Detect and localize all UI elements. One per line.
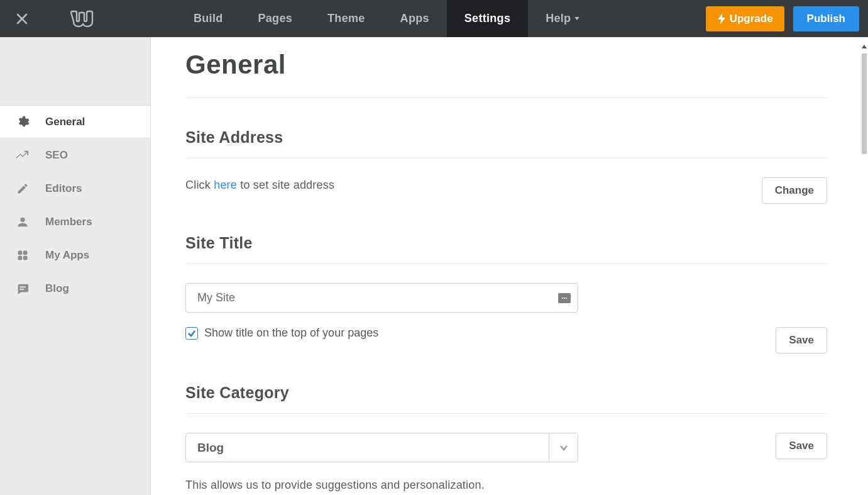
save-title-button[interactable]: Save <box>776 327 827 353</box>
nav-settings[interactable]: Settings <box>447 0 528 37</box>
gear-icon <box>15 114 30 130</box>
sidebar-item-seo[interactable]: SEO <box>0 138 150 172</box>
site-category-note: This allows us to provide suggestions an… <box>185 477 757 493</box>
nav-label: Help <box>546 12 571 25</box>
section-site-title: Site Title Show title on the top of your… <box>185 234 827 353</box>
nav-pages[interactable]: Pages <box>241 0 310 37</box>
close-icon <box>16 13 28 25</box>
scrollbar[interactable] <box>860 37 867 495</box>
nav-apps[interactable]: Apps <box>383 0 447 37</box>
close-button[interactable] <box>0 0 44 37</box>
keyboard-icon <box>558 293 571 303</box>
lightning-icon <box>717 13 726 25</box>
nav-label: Build <box>194 12 223 25</box>
section-heading: Site Title <box>185 234 827 264</box>
sidebar-label: Blog <box>45 282 69 295</box>
nav-label: Theme <box>327 12 365 25</box>
scrollbar-thumb[interactable] <box>862 53 867 154</box>
site-address-link[interactable]: here <box>214 179 237 191</box>
change-button[interactable]: Change <box>762 177 827 204</box>
sidebar-label: General <box>45 116 85 128</box>
nav-build[interactable]: Build <box>176 0 241 37</box>
sidebar-item-general[interactable]: General <box>0 105 150 138</box>
check-icon <box>187 329 196 338</box>
svg-rect-4 <box>19 286 25 287</box>
section-heading: Site Address <box>185 128 827 159</box>
site-title-input-wrap <box>185 283 578 313</box>
nav-label: Settings <box>464 12 510 25</box>
chevron-down-icon[interactable] <box>549 433 578 462</box>
sidebar-label: Editors <box>45 182 82 195</box>
site-category-value: Blog <box>186 433 549 462</box>
sidebar-item-editors[interactable]: Editors <box>0 172 150 205</box>
nav-help[interactable]: Help <box>528 0 597 37</box>
publish-label: Publish <box>807 13 845 25</box>
nav-actions: Upgrade Publish <box>706 0 868 37</box>
hint-prefix: Click <box>185 179 214 191</box>
settings-sidebar: General SEO Editors Members My Apps Blog <box>0 37 151 495</box>
save-category-button[interactable]: Save <box>776 433 827 459</box>
trend-icon <box>15 148 30 163</box>
sidebar-label: SEO <box>45 149 68 162</box>
sidebar-item-myapps[interactable]: My Apps <box>0 238 150 272</box>
svg-rect-5 <box>19 289 23 290</box>
top-nav: Build Pages Theme Apps Settings Help Upg… <box>0 0 868 37</box>
pencil-icon <box>15 181 30 196</box>
grid-icon <box>15 248 30 263</box>
nav-theme[interactable]: Theme <box>310 0 383 37</box>
svg-rect-2 <box>18 255 23 260</box>
site-category-select[interactable]: Blog <box>185 433 578 462</box>
person-icon <box>15 214 30 230</box>
chevron-down-icon <box>574 17 580 20</box>
chat-icon <box>15 281 30 296</box>
page-title: General <box>185 50 827 98</box>
main-content: General Site Address Click here to set s… <box>151 37 868 495</box>
site-title-input[interactable] <box>185 283 578 313</box>
nav-label: Pages <box>258 12 293 25</box>
upgrade-button[interactable]: Upgrade <box>706 6 784 31</box>
section-heading: Site Category <box>185 384 827 414</box>
sidebar-item-members[interactable]: Members <box>0 205 150 238</box>
svg-rect-1 <box>23 250 28 255</box>
nav-menu: Build Pages Theme Apps Settings Help <box>176 0 597 37</box>
nav-label: Apps <box>400 12 429 25</box>
publish-button[interactable]: Publish <box>793 6 859 31</box>
show-title-label: Show title on the top of your pages <box>204 326 378 340</box>
section-site-category: Site Category Blog This allows us to pro… <box>185 384 827 493</box>
svg-rect-3 <box>23 255 28 260</box>
site-address-hint: Click here to set site address <box>185 177 334 193</box>
weebly-logo[interactable] <box>44 0 119 37</box>
sidebar-label: My Apps <box>45 249 89 262</box>
sidebar-label: Members <box>45 216 92 228</box>
svg-rect-0 <box>18 250 23 255</box>
sidebar-item-blog[interactable]: Blog <box>0 272 150 305</box>
hint-suffix: to set site address <box>237 179 334 191</box>
weebly-logo-icon <box>69 10 94 28</box>
show-title-checkbox[interactable] <box>185 327 198 340</box>
upgrade-label: Upgrade <box>730 13 773 25</box>
section-site-address: Site Address Click here to set site addr… <box>185 128 827 204</box>
